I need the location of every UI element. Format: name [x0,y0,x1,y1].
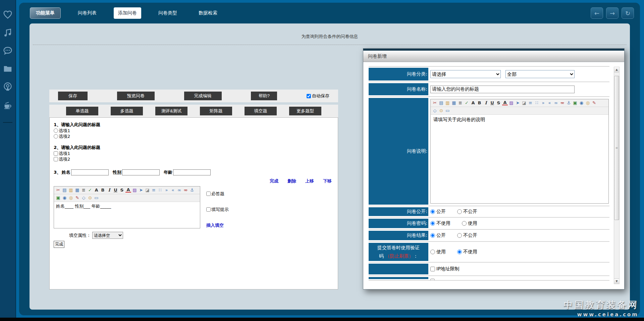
link-icon[interactable]: ∞ [553,100,559,106]
captcha-option-enabled[interactable]: 使用 [430,249,446,255]
outdent-icon[interactable]: « [547,100,552,106]
modal-scrollbar[interactable]: ▲ ≡ ▼ [614,67,620,284]
question-2-option-1-checkbox[interactable] [54,151,58,156]
question-3-field-3-input[interactable] [173,169,211,175]
broadcast-icon[interactable] [0,82,15,92]
tab-add-survey[interactable]: 添加问卷 [114,7,141,19]
tab-survey-type[interactable]: 问卷类型 [154,7,181,19]
type-single-choice-button[interactable]: 单选题 [66,107,98,115]
coffee-icon[interactable] [0,100,15,110]
tab-survey-list[interactable]: 问卷列表 [73,7,101,19]
edit-table-icon[interactable]: ✎ [74,195,80,201]
type-test-button[interactable]: 测评&测试 [155,107,187,115]
chat-icon[interactable] [0,46,15,56]
category-select[interactable]: 请选择 [430,70,501,78]
link-icon[interactable]: ∞ [176,188,182,193]
eraser-icon[interactable]: ◪ [145,188,150,193]
autosave-checkbox[interactable] [307,94,311,98]
scroll-up-icon[interactable]: ▲ [614,67,619,72]
unlink-icon[interactable]: ∞ [559,100,565,106]
eraser-icon[interactable]: ◪ [521,100,527,106]
select-icon[interactable]: ➤ [138,188,144,193]
outdent-icon[interactable]: « [170,188,176,193]
italic-icon[interactable]: I [483,100,489,106]
ip-limit-checkbox[interactable] [430,267,435,271]
edit-table-icon[interactable]: ✎ [591,100,597,106]
autosave-toggle[interactable]: 自动保存 [307,93,329,99]
done-button[interactable]: 完成 [54,241,64,248]
paste-word-icon[interactable]: ▦ [74,188,80,193]
required-question-checkbox[interactable] [206,192,211,196]
paste-icon[interactable]: ▥ [445,100,450,106]
paste-word-icon[interactable]: ▦ [451,100,457,106]
category-sub-select[interactable]: 全部 [505,70,575,78]
bold-icon[interactable]: B [100,188,106,193]
editor-content[interactable]: 姓名____ 性别___ 年龄_____ [54,202,200,228]
question-1-option-2-radio[interactable] [54,134,58,139]
result-open-radio[interactable] [430,233,435,238]
text-color-icon[interactable]: A [502,100,508,105]
italic-icon[interactable]: I [106,188,112,193]
list-icon[interactable]: ∷ [157,188,163,193]
result-closed-radio[interactable] [457,233,462,238]
type-more-button[interactable]: 更多题型 [289,107,321,115]
type-multi-choice-button[interactable]: 多选题 [111,107,143,115]
heart-icon[interactable] [0,9,15,19]
preview-icon[interactable]: ⊙ [87,195,93,201]
back-arrow-icon[interactable]: ← [591,7,603,19]
anchor-icon[interactable]: ⚓ [189,188,195,193]
result-option-open[interactable]: 公开 [430,232,446,238]
password-option-disabled[interactable]: 不使用 [430,220,450,226]
code-icon[interactable]: ◇ [81,195,87,201]
password-enabled-radio[interactable] [462,221,467,226]
media-icon[interactable]: ◎ [68,195,74,201]
flash-icon[interactable]: ◉ [62,195,67,201]
survey-name-input[interactable] [430,86,575,93]
move-up-link[interactable]: 上移 [305,178,314,184]
bg-color-icon[interactable]: ▨ [508,100,514,106]
clipped-row-checkbox[interactable] [430,279,435,281]
strikethrough-icon[interactable]: S [496,100,501,106]
tab-data-search[interactable]: 数据检索 [194,7,222,19]
question-2-option-2-checkbox[interactable] [54,157,58,161]
select-icon[interactable]: ➤ [515,100,521,106]
underline-icon[interactable]: U [489,100,495,106]
preview-button[interactable]: 预览问卷 [117,92,155,100]
font-icon[interactable]: A [470,100,476,106]
bold-icon[interactable]: B [477,100,482,106]
move-down-link[interactable]: 下移 [323,178,332,184]
scrollbar-thumb[interactable]: ≡ [614,76,619,220]
code-icon[interactable]: ◇ [432,108,438,113]
forward-arrow-icon[interactable]: → [606,7,619,19]
captcha-option-disabled[interactable]: 不使用 [457,249,477,255]
description-content[interactable]: 请填写关于此问卷的说明 [431,115,608,203]
strikethrough-icon[interactable]: S [119,188,125,193]
password-disabled-radio[interactable] [430,221,435,226]
question-3-field-1-input[interactable] [71,169,109,175]
captcha-disabled-radio[interactable] [457,250,462,254]
indent-icon[interactable]: » [164,188,169,193]
finish-link[interactable]: 完成 [270,178,278,184]
paste-icon[interactable]: ▥ [68,188,74,193]
preview-icon[interactable]: ⊙ [438,108,444,113]
unlink-icon[interactable]: ∞ [183,188,189,193]
cut-icon[interactable]: ✂ [432,100,438,106]
copy-icon[interactable]: ▤ [438,100,444,106]
finish-edit-button[interactable]: 完成编辑 [184,92,222,100]
type-matrix-button[interactable]: 矩阵题 [200,107,232,115]
public-option-open[interactable]: 公开 [430,209,446,215]
flash-icon[interactable]: ◉ [579,100,584,106]
blank-attribute-select[interactable]: 请选择空 [92,232,123,239]
question-3-field-2-input[interactable] [122,169,160,175]
spellcheck-icon[interactable]: ✓ [464,100,470,106]
type-fill-blank-button[interactable]: 填空题 [245,107,277,115]
result-option-closed[interactable]: 不公开 [457,232,477,238]
copy-icon[interactable]: ▤ [62,188,67,193]
public-open-radio[interactable] [430,209,435,214]
password-option-enabled[interactable]: 使用 [462,220,477,226]
fullscreen-icon[interactable]: ▭ [445,108,450,113]
insert-blank-link[interactable]: 插入填空 [206,222,229,228]
save-button[interactable]: 保存 [58,92,88,100]
public-option-closed[interactable]: 不公开 [457,209,477,215]
public-closed-radio[interactable] [457,209,462,214]
